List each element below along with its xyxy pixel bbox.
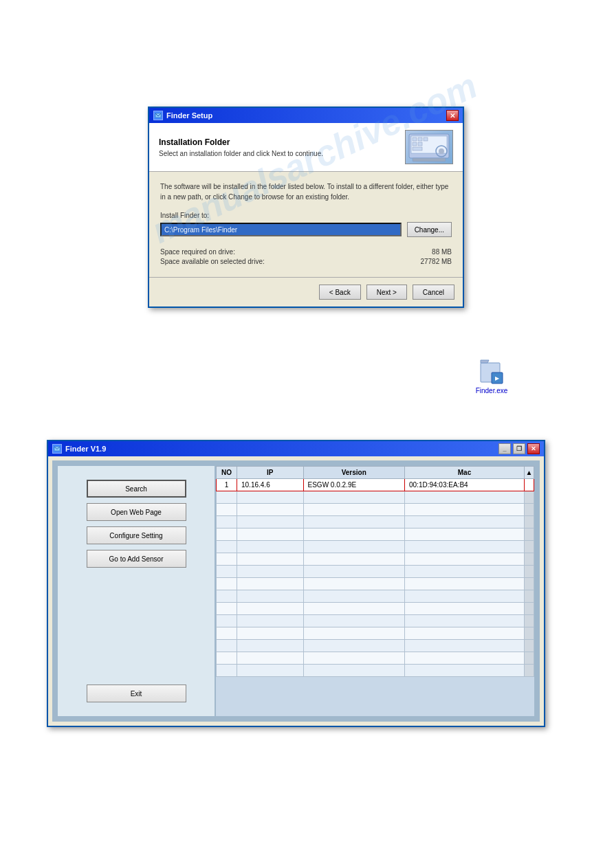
finder-app-wrapper: Finder V1.9 _ ❐ ✕ Search Open Web Page C… <box>47 440 545 727</box>
space-available-label: Space available on selected drive: <box>160 258 265 265</box>
svg-rect-7 <box>418 142 422 146</box>
cell-mac <box>405 590 525 603</box>
cell-version <box>303 516 404 528</box>
cell-mac <box>405 615 525 627</box>
setup-title-text: Finder Setup <box>166 111 212 120</box>
install-path-input[interactable] <box>160 223 402 236</box>
change-button[interactable]: Change... <box>407 222 452 237</box>
finder-left-panel: Search Open Web Page Configure Setting G… <box>58 466 216 716</box>
scrollbar-cell <box>525 566 534 578</box>
col-no: NO <box>217 467 237 479</box>
cell-version <box>303 578 404 590</box>
table-row[interactable] <box>217 553 534 566</box>
table-row[interactable] <box>217 615 534 627</box>
cell-no <box>217 615 237 627</box>
back-button[interactable]: < Back <box>319 285 361 300</box>
cell-ip <box>237 615 304 627</box>
table-row[interactable] <box>217 541 534 553</box>
cell-mac <box>405 665 525 677</box>
cell-version <box>303 665 404 677</box>
exit-button[interactable]: Exit <box>87 685 186 702</box>
setup-dialog-wrapper: Finder Setup ✕ Installation Folder Selec… <box>148 107 464 308</box>
cell-mac <box>405 491 525 504</box>
finder-table-panel: NO IP Version Mac ▲ 110.16.4.6ESGW 0.0.2… <box>216 466 534 716</box>
install-path-row: Change... <box>160 222 452 237</box>
scrollbar-cell <box>525 603 534 615</box>
installation-folder-heading: Installation Folder <box>159 137 323 147</box>
restore-button[interactable]: ❐ <box>513 443 525 454</box>
cell-no <box>217 528 237 541</box>
cancel-button[interactable]: Cancel <box>413 285 454 300</box>
cell-ip <box>237 665 304 677</box>
scrollbar-cell <box>525 504 534 516</box>
scrollbar-cell <box>525 640 534 652</box>
setup-body: The software will be installed in the fo… <box>149 172 463 277</box>
cell-version <box>303 603 404 615</box>
setup-close-button[interactable]: ✕ <box>446 110 459 121</box>
setup-header-image <box>405 130 453 164</box>
space-required-label: Space required on drive: <box>160 248 235 256</box>
table-row[interactable] <box>217 665 534 677</box>
svg-point-10 <box>439 148 444 154</box>
scrollbar-cell <box>525 516 534 528</box>
space-required-value: 88 MB <box>397 248 452 256</box>
open-web-page-button[interactable]: Open Web Page <box>87 503 186 521</box>
cell-mac <box>405 528 525 541</box>
cell-no <box>217 516 237 528</box>
table-row[interactable] <box>217 652 534 665</box>
table-row[interactable] <box>217 504 534 516</box>
next-button[interactable]: Next > <box>366 285 407 300</box>
cell-mac: 00:1D:94:03:EA:B4 <box>405 479 525 491</box>
finder-app-title: Finder V1.9 <box>65 445 106 453</box>
installation-folder-subtext: Select an installation folder and click … <box>159 150 323 157</box>
cell-mac <box>405 603 525 615</box>
close-button[interactable]: ✕ <box>527 443 540 454</box>
cell-version <box>303 553 404 566</box>
minimize-button[interactable]: _ <box>498 443 511 454</box>
table-row[interactable]: 110.16.4.6ESGW 0.0.2.9E00:1D:94:03:EA:B4 <box>217 479 534 491</box>
cell-mac <box>405 541 525 553</box>
space-info: Space required on drive: 88 MB Space ava… <box>160 248 452 265</box>
table-row[interactable] <box>217 528 534 541</box>
finder-exe-file-icon: ▶ <box>479 357 504 385</box>
table-row[interactable] <box>217 491 534 504</box>
table-row[interactable] <box>217 516 534 528</box>
go-to-add-sensor-button[interactable]: Go to Add Sensor <box>87 550 186 568</box>
scrollbar-cell <box>525 491 534 504</box>
svg-rect-3 <box>413 137 417 141</box>
cell-ip <box>237 627 304 640</box>
svg-rect-4 <box>418 137 422 141</box>
table-row[interactable] <box>217 603 534 615</box>
cell-version <box>303 528 404 541</box>
col-mac: Mac <box>405 467 525 479</box>
finder-exe-label: Finder.exe <box>476 387 508 394</box>
col-version: Version <box>303 467 404 479</box>
cell-mac <box>405 578 525 590</box>
search-button[interactable]: Search <box>87 480 186 498</box>
cell-no: 1 <box>217 479 237 491</box>
scrollbar-cell <box>525 541 534 553</box>
cell-ip <box>237 491 304 504</box>
finder-exe-icon[interactable]: ▶ Finder.exe <box>471 357 512 394</box>
setup-titlebar-left: Finder Setup <box>153 111 212 120</box>
cell-ip <box>237 566 304 578</box>
cell-no <box>217 652 237 665</box>
cell-ip <box>237 578 304 590</box>
cell-mac <box>405 640 525 652</box>
scrollbar-cell <box>525 665 534 677</box>
table-row[interactable] <box>217 640 534 652</box>
table-row[interactable] <box>217 566 534 578</box>
setup-titlebar: Finder Setup ✕ <box>149 108 463 123</box>
cell-version <box>303 652 404 665</box>
cell-ip <box>237 553 304 566</box>
setup-header: Installation Folder Select an installati… <box>149 123 463 172</box>
table-row[interactable] <box>217 578 534 590</box>
setup-dialog: Finder Setup ✕ Installation Folder Selec… <box>148 107 464 308</box>
cell-no <box>217 553 237 566</box>
cell-ip: 10.16.4.6 <box>237 479 304 491</box>
finder-titlebar: Finder V1.9 _ ❐ ✕ <box>48 441 544 456</box>
table-row[interactable] <box>217 590 534 603</box>
table-row[interactable] <box>217 627 534 640</box>
finder-app-icon <box>52 444 62 454</box>
configure-setting-button[interactable]: Configure Setting <box>87 526 186 544</box>
